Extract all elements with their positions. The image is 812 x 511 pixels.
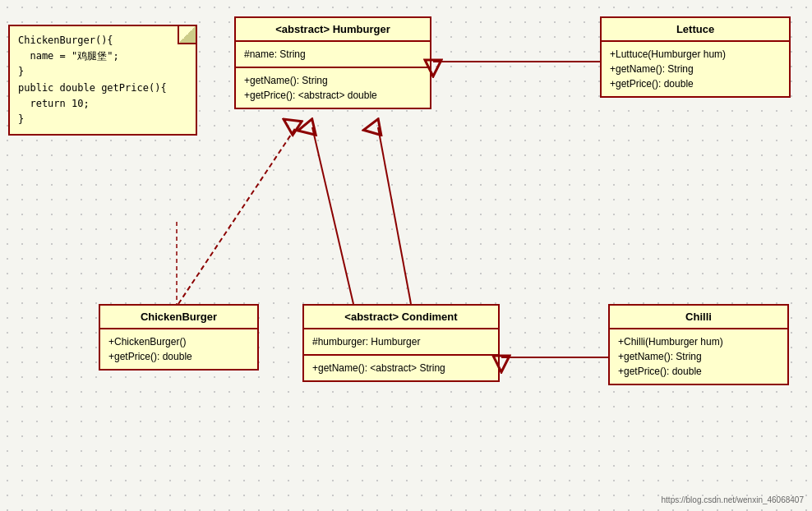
humburger-fields: #name: String (236, 42, 430, 68)
chickenburger-class: ChickenBurger +ChickenBurger() +getPrice… (99, 304, 259, 371)
condiment-fields: #humburger: Humburger (304, 329, 498, 356)
condiment-to-humburger-left-arrow (312, 127, 353, 304)
lettuce-methods: +Luttuce(Humburger hum) +getName(): Stri… (602, 42, 789, 96)
chickenburger-header: ChickenBurger (100, 306, 257, 329)
chilli-header: Chilli (610, 306, 787, 329)
code-line-2: name = "鸡腿堡"; (18, 48, 179, 64)
lettuce-class: Lettuce +Luttuce(Humburger hum) +getName… (600, 16, 791, 98)
chilli-class: Chilli +Chilli(Humburger hum) +getName()… (608, 304, 789, 385)
code-line-5: return 10; (18, 96, 179, 112)
code-note: ChickenBurger(){ name = "鸡腿堡"; } public … (8, 25, 197, 136)
condiment-to-humburger-right-arrow (378, 127, 411, 304)
code-line-6: } (18, 112, 179, 127)
chickenburger-methods: +ChickenBurger() +getPrice(): double (100, 329, 257, 369)
humburger-class: <abstract> Humburger #name: String +getN… (234, 16, 431, 109)
code-line-1: ChickenBurger(){ (18, 33, 179, 48)
code-line-3: } (18, 64, 179, 80)
condiment-class: <abstract> Condiment #humburger: Humburg… (302, 304, 500, 382)
chickenburger-to-humburger-arrow (178, 127, 296, 304)
chilli-methods: +Chilli(Humburger hum) +getName(): Strin… (610, 329, 787, 384)
watermark: https://blog.csdn.net/wenxin_46068407 (662, 495, 804, 504)
condiment-methods: +getName(): <abstract> String (304, 356, 498, 380)
code-line-4: public double getPrice(){ (18, 81, 179, 96)
lettuce-header: Lettuce (602, 18, 789, 42)
humburger-header: <abstract> Humburger (236, 18, 430, 42)
humburger-methods: +getName(): String +getPrice(): <abstrac… (236, 68, 430, 108)
condiment-header: <abstract> Condiment (304, 306, 498, 329)
